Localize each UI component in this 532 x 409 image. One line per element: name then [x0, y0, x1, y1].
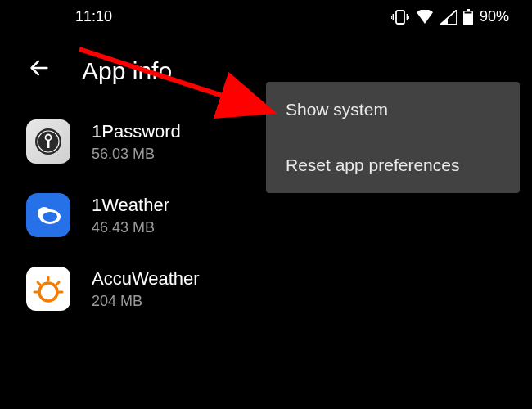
battery-percent: 90% [480, 8, 509, 25]
page-title: App info [82, 57, 172, 85]
svg-point-14 [43, 212, 57, 222]
app-item[interactable]: AccuWeather 204 MB [26, 252, 516, 326]
app-icon-accuweather [26, 267, 70, 311]
app-name: 1Weather [92, 195, 169, 216]
battery-icon [463, 9, 473, 25]
svg-rect-11 [47, 140, 50, 148]
svg-line-18 [56, 282, 59, 285]
app-size: 46.43 MB [92, 219, 169, 236]
menu-item-reset-prefs[interactable]: Reset app preferences [266, 137, 520, 193]
svg-point-15 [39, 283, 57, 301]
svg-rect-7 [464, 11, 471, 13]
svg-rect-5 [467, 9, 470, 11]
app-icon-1password [26, 119, 70, 164]
app-name: AccuWeather [92, 268, 200, 290]
menu-item-show-system[interactable]: Show system [266, 82, 520, 137]
app-icon-1weather [26, 193, 70, 237]
vibrate-icon [391, 10, 409, 25]
svg-line-17 [38, 282, 40, 285]
status-icons: 90% [391, 8, 509, 25]
wifi-icon [416, 10, 434, 25]
app-name: 1Password [92, 121, 181, 142]
back-arrow-icon[interactable] [28, 56, 51, 85]
status-bar: 11:10 90% [0, 0, 532, 34]
status-time: 11:10 [75, 8, 112, 25]
signal-icon [440, 10, 457, 25]
overflow-menu: Show system Reset app preferences [266, 82, 520, 193]
svg-rect-0 [396, 11, 404, 24]
app-size: 204 MB [92, 293, 200, 310]
app-size: 56.03 MB [92, 146, 181, 163]
